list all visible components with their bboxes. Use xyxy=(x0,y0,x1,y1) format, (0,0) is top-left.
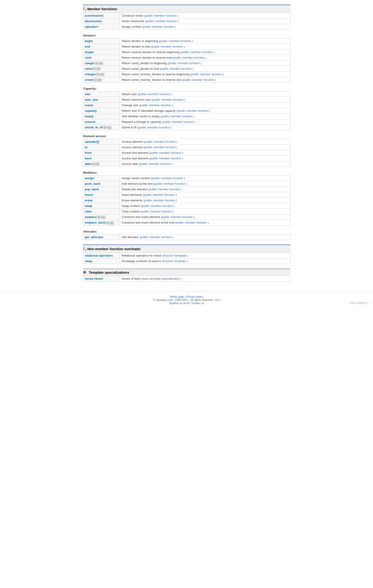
function-desc: Assign content (public member function ) xyxy=(120,24,290,30)
function-type-link[interactable]: (public member function ) xyxy=(159,39,193,43)
footer-report[interactable]: Spotted an error? contact us xyxy=(4,302,369,305)
function-type-link[interactable]: (public member function ) xyxy=(168,62,202,65)
function-type-link[interactable]: (public member function ) xyxy=(143,199,177,202)
function-name[interactable]: empty xyxy=(83,114,120,119)
table-row: frontAccess first element (public member… xyxy=(83,150,290,156)
function-type-link[interactable]: (public member function ) xyxy=(144,14,178,17)
function-name[interactable]: crendC++11 xyxy=(83,77,120,83)
function-type-link[interactable]: (function template ) xyxy=(162,259,188,263)
function-type-link[interactable]: (public member function ) xyxy=(172,56,206,59)
footer-links[interactable]: Home page | Privacy policy xyxy=(4,295,369,298)
function-desc: Construct and insert element at the end … xyxy=(120,220,290,225)
function-type-link[interactable]: (public member function ) xyxy=(140,235,173,239)
function-type-link[interactable]: (public member function ) xyxy=(176,109,210,113)
function-name[interactable]: swap xyxy=(83,203,120,209)
table-row: rendReturn reverse iterator to reverse e… xyxy=(83,55,290,61)
footer-brand: CSDN @酱酱学II xyxy=(349,301,368,305)
function-name[interactable]: erase xyxy=(83,198,120,203)
table-row: swapSwap content (public member function… xyxy=(83,203,290,209)
function-name[interactable]: relational operators xyxy=(83,253,120,258)
function-desc: Return size (public member function ) xyxy=(120,92,290,97)
function-type-link[interactable]: (public member function ) xyxy=(162,120,196,124)
cpp11-badge: C++11 xyxy=(96,73,104,76)
function-name[interactable]: crbeginC++11 xyxy=(83,72,120,77)
table-row: pop_backDelete last element (public memb… xyxy=(83,187,290,192)
function-name[interactable]: clear xyxy=(83,209,120,214)
function-type-link[interactable]: (public member function ) xyxy=(151,177,185,180)
table-row: beginReturn iterator to beginning (publi… xyxy=(83,38,290,44)
function-type-link[interactable]: (public member function ) xyxy=(161,215,195,219)
function-type-link[interactable]: (public member function ) xyxy=(149,157,183,160)
function-type-link[interactable]: (function template ) xyxy=(163,254,188,257)
allocator-table: get_allocatorGet allocator (public membe… xyxy=(83,234,290,240)
table-row: emplaceC++11Construct and insert element… xyxy=(83,214,290,220)
function-name[interactable]: emplace_backC++11 xyxy=(83,220,120,225)
function-name[interactable]: resize xyxy=(83,103,120,108)
function-type-link[interactable]: (public member function ) xyxy=(140,210,174,213)
function-name[interactable]: rbegin xyxy=(83,49,120,55)
function-type-link[interactable]: (public member function ) xyxy=(151,98,185,101)
function-name[interactable]: shrink_to_fitC++11 xyxy=(83,125,120,130)
function-type-link[interactable]: (public member function ) xyxy=(145,19,179,23)
function-type-link[interactable]: (public member function ) xyxy=(144,146,178,149)
cpp11-badge: C++11 xyxy=(95,62,103,65)
function-name[interactable]: at xyxy=(83,145,120,150)
function-name[interactable]: size xyxy=(83,92,120,97)
non-member-functions-table: relational operatorsRelational operators… xyxy=(83,253,290,264)
function-type-link[interactable]: (public member function ) xyxy=(149,151,183,155)
table-row: eraseErase elements (public member funct… xyxy=(83,198,290,203)
function-name[interactable]: emplaceC++11 xyxy=(83,214,120,220)
function-name[interactable]: vector<bool> xyxy=(83,276,120,281)
function-type-link[interactable]: (public member function ) xyxy=(161,115,194,118)
function-name[interactable]: operator[] xyxy=(83,139,120,145)
function-name[interactable]: get_allocator xyxy=(83,234,120,240)
function-name[interactable]: (constructor) xyxy=(83,13,120,19)
iterators-subheader: Iterators: xyxy=(83,32,290,38)
function-type-link[interactable]: (public member function ) xyxy=(144,140,178,143)
function-name[interactable]: max_size xyxy=(83,97,120,103)
function-type-link[interactable]: (public member function ) xyxy=(175,221,209,224)
function-name[interactable]: front xyxy=(83,150,120,156)
function-type-link[interactable]: (public member function ) xyxy=(160,67,193,70)
footer-links-text[interactable]: Home page | Privacy policy xyxy=(170,295,203,298)
element-access-table: operator[]Access element (public member … xyxy=(83,139,290,167)
function-type-link[interactable]: (public member function ) xyxy=(142,25,176,28)
function-type-link[interactable]: (class template specialization ) xyxy=(141,277,182,280)
function-name[interactable]: begin xyxy=(83,38,120,44)
function-type-link[interactable]: (public member function ) xyxy=(151,45,185,48)
function-type-link[interactable]: (public member function ) xyxy=(190,73,224,76)
function-name[interactable]: cendC++11 xyxy=(83,66,120,72)
function-type-link[interactable]: (public member function ) xyxy=(182,78,216,82)
function-name[interactable]: end xyxy=(83,44,120,49)
function-type-link[interactable]: (public member function ) xyxy=(139,162,173,166)
function-name[interactable]: pop_back xyxy=(83,187,120,192)
function-name[interactable]: (destructor) xyxy=(83,19,120,24)
function-type-link[interactable]: (public member function ) xyxy=(143,193,177,197)
capacity-subheader: Capacity: xyxy=(83,85,290,91)
function-name[interactable]: dataC++11 xyxy=(83,161,120,167)
function-name[interactable]: push_back xyxy=(83,181,120,187)
function-desc: Return const_reverse_iterator to reverse… xyxy=(120,77,290,83)
function-name[interactable]: capacity xyxy=(83,108,120,114)
function-name[interactable]: assign xyxy=(83,176,120,181)
function-type-link[interactable]: (public member function ) xyxy=(138,126,171,129)
function-name[interactable]: reserve xyxy=(83,119,120,125)
function-name[interactable]: insert xyxy=(83,192,120,198)
function-name[interactable]: swap xyxy=(83,258,120,264)
function-name[interactable]: cbeginC++11 xyxy=(83,61,120,66)
table-row: assignAssign vector content (public memb… xyxy=(83,176,290,181)
function-desc: Insert elements (public member function … xyxy=(120,192,290,198)
function-type-link[interactable]: (public member function ) xyxy=(139,104,173,107)
function-desc: Relational operators for vector (functio… xyxy=(120,253,290,258)
function-type-link[interactable]: (public member function ) xyxy=(141,204,175,208)
function-name[interactable]: rend xyxy=(83,55,120,61)
bullet-icon xyxy=(83,271,86,274)
footer-copyright: © cplusplus.com, 2000-2022 - All rights … xyxy=(4,298,369,302)
function-type-link[interactable]: (public member function ) xyxy=(148,188,182,191)
function-type-link[interactable]: (public member function ) xyxy=(181,50,214,54)
function-type-link[interactable]: (public member function ) xyxy=(154,182,188,185)
non-member-functions-title: Non-member function overloads xyxy=(87,247,141,251)
function-name[interactable]: operator= xyxy=(83,24,120,30)
function-type-link[interactable]: (public member function ) xyxy=(138,92,172,96)
function-name[interactable]: back xyxy=(83,156,120,161)
